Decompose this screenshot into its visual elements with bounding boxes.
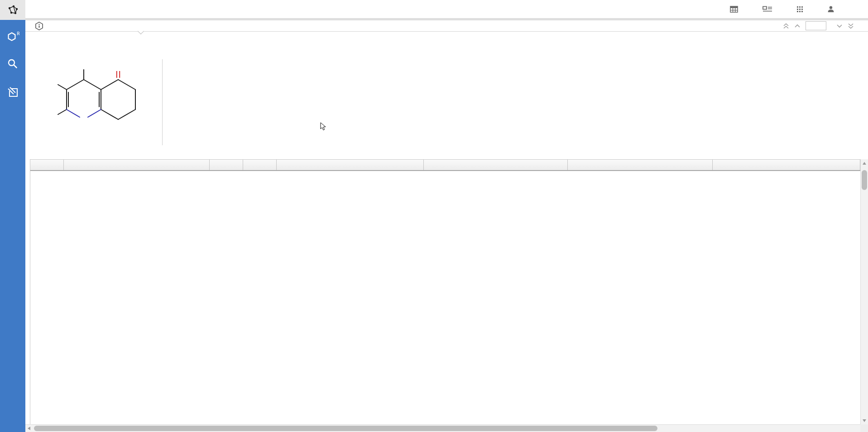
user-icon [827,5,834,13]
menu-enumeration[interactable] [797,6,810,12]
column-header-formula[interactable] [243,160,277,170]
svg-text:R: R [17,31,19,36]
sidebar: R [0,20,25,432]
column-header-r1[interactable] [424,160,568,170]
column-header-cdid[interactable] [30,160,64,170]
topbar [0,0,868,18]
chevron-down-icon [836,24,843,28]
setting-row [171,90,287,99]
setting-row [171,63,287,72]
chevron-double-down-icon [848,23,854,29]
setting-row [171,81,287,90]
table-header [30,159,861,171]
page-number-input[interactable] [806,21,826,30]
topbar-menus [730,0,859,18]
tabbar-top-strip [25,18,868,20]
record-pager [783,21,863,31]
horizontal-scrollbar-thumb[interactable] [34,426,657,431]
molecule-logo-icon [6,4,19,16]
setting-row [171,72,287,81]
search-icon [7,58,19,70]
column-header-structure[interactable] [64,160,210,170]
tabbar [25,18,868,32]
sidebar-item-export[interactable] [0,78,25,106]
column-header-colored-structure[interactable] [277,160,424,170]
column-header-r2[interactable] [568,160,713,170]
menu-user[interactable] [827,5,842,13]
apps-grid-icon [797,6,803,12]
horizontal-scrollbar[interactable] [25,424,860,432]
enumeration-settings [171,63,287,117]
vertical-scrollbar[interactable] [860,159,868,424]
chevron-double-up-icon [783,23,789,29]
export-icon [6,85,19,98]
app-logo[interactable] [0,0,25,20]
table-grid-icon [730,6,738,13]
column-header-r3[interactable] [713,160,860,170]
tab-untitled-enumeration[interactable] [31,21,43,30]
scroll-down-arrow-icon[interactable] [863,419,866,422]
page-first-button[interactable] [783,23,789,29]
setting-row [171,108,287,117]
vertical-scrollbar-thumb[interactable] [862,170,867,190]
forms-icon [762,6,772,12]
results-table [30,159,861,425]
scroll-left-arrow-icon[interactable] [28,427,30,430]
scroll-up-arrow-icon[interactable] [863,162,866,165]
markush-r-icon: R [6,29,19,42]
sidebar-item-search[interactable] [0,50,25,78]
column-header-mol-weight[interactable] [210,160,243,170]
page-next-button[interactable] [836,24,843,28]
main-content [25,31,868,424]
page-last-button[interactable] [848,23,854,29]
scaffold-structure [41,55,154,143]
info-hexagon-icon[interactable] [35,22,43,30]
details-divider [162,59,163,145]
sidebar-item-markush[interactable]: R [0,22,25,50]
chevron-up-icon [794,24,801,28]
page-prev-button[interactable] [794,24,801,28]
menu-forms[interactable] [762,6,780,12]
scrollbar-corner [860,424,868,432]
setting-row [171,99,287,108]
menu-tables[interactable] [730,6,745,13]
